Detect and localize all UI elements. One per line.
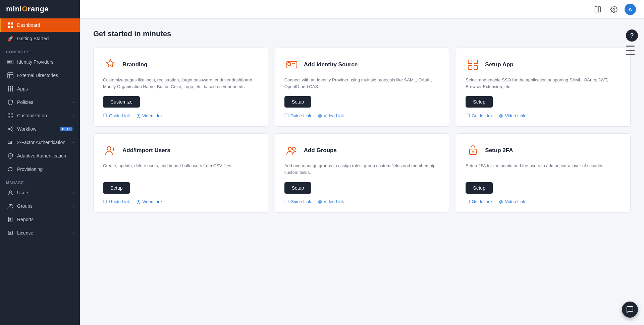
page-title: Get started in minutes (93, 29, 631, 38)
setup-2fa-links: ❐ Guide Link ◎ Video Link (466, 199, 621, 204)
branding-customize-button[interactable]: Customize (103, 96, 140, 108)
card-setup-app-header: Setup App (466, 57, 621, 72)
help-button[interactable]: ? (626, 29, 638, 42)
external-link-icon: ❐ (103, 113, 107, 118)
add-groups-setup-button[interactable]: Setup (284, 182, 312, 194)
sidebar-item-2fa[interactable]: 123 2-Factor Authentication › (0, 136, 80, 149)
sidebar-item-customization-label: Customization (17, 113, 72, 118)
identity-source-video-link[interactable]: ◎ Video Link (318, 113, 344, 118)
play-icon: ◎ (137, 113, 141, 118)
external-link-icon-6: ❐ (466, 199, 470, 204)
chevron-right-icon-6: › (72, 204, 74, 208)
svg-rect-20 (8, 113, 10, 115)
svg-rect-1 (11, 22, 13, 24)
svg-point-43 (613, 8, 615, 10)
setup-2fa-guide-link[interactable]: ❐ Guide Link (466, 199, 492, 204)
cards-grid: Branding Customize pages like login, reg… (93, 48, 631, 213)
svg-rect-14 (8, 88, 9, 90)
sidebar-item-provisioning[interactable]: Provisioning (0, 162, 80, 176)
svg-point-55 (288, 147, 291, 150)
sidebar-item-apps[interactable]: Apps (0, 82, 80, 95)
chat-button[interactable] (622, 302, 638, 318)
add-users-guide-link[interactable]: ❐ Guide Link (103, 199, 130, 204)
svg-rect-19 (12, 90, 13, 92)
sidebar-item-groups[interactable]: Groups › (0, 199, 80, 213)
group-icon (7, 203, 14, 209)
play-icon-5: ◎ (318, 199, 322, 204)
book-icon[interactable] (592, 4, 603, 15)
svg-rect-11 (8, 86, 9, 88)
setup-2fa-video-link[interactable]: ◎ Video Link (499, 199, 525, 204)
setup-app-desc: Select and enable SSO for the applicatio… (466, 77, 621, 90)
shield-icon (7, 99, 14, 106)
svg-rect-21 (11, 113, 13, 115)
add-users-setup-button[interactable]: Setup (103, 182, 130, 194)
add-users-video-link[interactable]: ◎ Video Link (137, 199, 162, 204)
svg-point-24 (8, 128, 9, 130)
sidebar-item-external-directories[interactable]: External Directories (0, 69, 80, 82)
grid-icon (7, 22, 14, 28)
sidebar-item-reports[interactable]: Reports (0, 213, 80, 226)
sidebar-item-getting-started[interactable]: 🚀 Getting Started (0, 32, 80, 45)
add-groups-guide-link[interactable]: ❐ Guide Link (284, 199, 311, 204)
svg-rect-42 (598, 6, 600, 12)
identity-source-desc: Connect with an Identity Provider using … (284, 77, 440, 90)
svg-rect-22 (8, 116, 10, 118)
hamburger-line-1 (626, 46, 635, 47)
logo-orange: O (22, 5, 28, 13)
card-add-groups: Add Groups Add and manage groups to assi… (275, 133, 449, 212)
svg-rect-41 (595, 6, 597, 12)
sidebar-item-policies[interactable]: Policies › (0, 95, 80, 109)
svg-point-52 (107, 147, 111, 150)
card-add-groups-header: Add Groups (284, 143, 440, 158)
customization-icon (7, 112, 14, 119)
play-icon-2: ◎ (318, 113, 322, 118)
hamburger-line-3 (626, 54, 635, 55)
add-groups-icon (284, 143, 299, 158)
sidebar-item-policies-label: Policies (17, 100, 72, 105)
sidebar-item-dashboard[interactable]: Dashboard (0, 18, 80, 32)
identity-source-guide-link[interactable]: ❐ Guide Link (284, 113, 311, 118)
sidebar-item-identity-providers[interactable]: Identity Providers (0, 55, 80, 69)
external-link-icon-2: ❐ (284, 113, 289, 118)
setup-app-icon (466, 57, 480, 72)
hamburger-menu[interactable] (626, 46, 638, 55)
sidebar-item-users[interactable]: Users › (0, 186, 80, 199)
branding-links: ❐ Guide Link ◎ Video Link (103, 113, 258, 118)
chevron-right-icon-3: › (72, 127, 74, 131)
setup-app-setup-button[interactable]: Setup (466, 96, 493, 108)
add-groups-video-link[interactable]: ◎ Video Link (318, 199, 344, 204)
settings-icon[interactable] (608, 4, 619, 15)
svg-rect-50 (468, 66, 472, 69)
branding-video-link[interactable]: ◎ Video Link (137, 113, 162, 118)
branding-guide-link[interactable]: ❐ Guide Link (103, 113, 130, 118)
setup-app-title: Setup App (485, 61, 513, 68)
svg-rect-17 (8, 90, 9, 92)
sidebar-item-adaptive-auth[interactable]: Adaptive Authentication (0, 149, 80, 162)
sidebar-item-customization[interactable]: Customization › (0, 109, 80, 122)
svg-rect-15 (10, 88, 11, 90)
configure-label: Configure (0, 45, 80, 55)
sidebar-item-license[interactable]: License › (0, 226, 80, 240)
branding-desc: Customize pages like login, registration… (103, 77, 258, 90)
sidebar-item-reports-label: Reports (17, 217, 74, 222)
add-users-desc: Create, update, delete users, and import… (103, 162, 258, 176)
id-card-icon (7, 59, 14, 65)
card-setup-2fa: Setup 2FA Setup 2FA for the admin and th… (456, 133, 631, 212)
sidebar-item-getting-started-label: Getting Started (17, 36, 74, 41)
setup-2fa-setup-button[interactable]: Setup (466, 182, 493, 194)
setup-app-guide-link[interactable]: ❐ Guide Link (466, 113, 492, 118)
identity-source-setup-button[interactable]: Setup (284, 96, 312, 108)
chevron-right-icon-5: › (72, 190, 74, 195)
svg-rect-38 (8, 231, 13, 235)
svg-rect-18 (10, 90, 11, 92)
sidebar-item-workflow[interactable]: Workflow BETA › (0, 122, 80, 136)
svg-point-25 (11, 127, 13, 128)
setup-app-video-link[interactable]: ◎ Video Link (499, 113, 525, 118)
user-avatar[interactable]: A (625, 4, 636, 15)
sidebar-item-users-label: Users (17, 190, 72, 195)
svg-point-26 (11, 130, 13, 131)
chevron-right-icon-2: › (72, 113, 74, 118)
main-area: A Get started in minutes Branding Custom… (80, 0, 644, 325)
rocket-icon: 🚀 (7, 35, 14, 42)
